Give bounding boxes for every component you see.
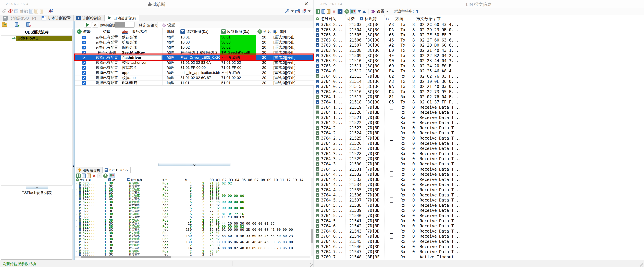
tab-transport-layer[interactable]: 传输层(ISO TP) bbox=[0, 15, 39, 21]
list-item[interactable]: 3764.6...21545[7D]3D_Rx0Receive Data T..… bbox=[314, 239, 644, 244]
list-item[interactable]: 3763.9...21509[3C]3C4FTx802 22 B2 04 2..… bbox=[314, 53, 644, 58]
table-row[interactable]: 选择已有配置校验app物理31 01 02 02 6C 8771 01 02 0… bbox=[75, 75, 314, 80]
gear-icon[interactable] bbox=[371, 9, 375, 14]
list-item[interactable]: 3763.8...21506[3C]3C45Tx802 2F 60 63 6..… bbox=[314, 38, 644, 43]
scrollbar-thumb[interactable] bbox=[311, 229, 313, 243]
list-item[interactable]: 3763.8...21503[3C]3CA3Tx802 2C 60 43 4..… bbox=[314, 22, 644, 27]
expander-icon[interactable]: › bbox=[76, 200, 76, 203]
scrollbar-thumb[interactable] bbox=[81, 256, 171, 258]
settings-button[interactable]: 设置 bbox=[157, 22, 180, 28]
table-row[interactable]: 选择已有配置ECU重启物理11 0151 0120[重试:0][停止] bbox=[75, 80, 314, 86]
horizontal-splitter[interactable] bbox=[158, 163, 230, 166]
list-item[interactable]: 3764.0...21512[3C]3CF4Tx802 25 46 A8 4..… bbox=[314, 68, 644, 74]
run-button[interactable] bbox=[84, 22, 91, 27]
list-item[interactable]: 3763.9...21507[3C]3CA2Tx802 20 D0 60 6..… bbox=[314, 43, 644, 48]
list-item[interactable]: 3764.1...21518[3C]3CC5Tx802 01 37 FF F..… bbox=[314, 100, 644, 105]
list-item[interactable]: 3769.7...21548[BF]3F_Rx-Active Timeout bbox=[314, 255, 644, 260]
bug-scan-icon[interactable] bbox=[48, 8, 54, 14]
add-node-icon[interactable]: + bbox=[15, 22, 18, 27]
list-item[interactable]: 3764.1...21519[7D]3D_Rx0Receive Data T..… bbox=[314, 105, 644, 110]
list-item[interactable]: 3764.5...21539[7D]3D_Rx0Receive Data T..… bbox=[314, 208, 644, 213]
log-col-dots[interactable]: ... bbox=[200, 178, 203, 182]
log-col-count[interactable]: 数... bbox=[185, 178, 190, 182]
table-row[interactable]: 选择已有配置扩展会话物理10 0350 0320[重试:0][停止] bbox=[75, 40, 314, 45]
list-item[interactable]: 3764.4...21532[7D]3D_Rx0Receive Data T..… bbox=[314, 172, 644, 177]
tab-service-layer-info[interactable]: 服务层信息 bbox=[76, 167, 102, 173]
list-item[interactable]: 3763.8...21505[3C]3C65Tx802 2E 50 FF 3..… bbox=[314, 32, 644, 38]
list-item[interactable]: 3764.0...21514[3C]3CA3Tx802 10 0E 36 0..… bbox=[314, 79, 644, 84]
log-horizontal-scrollbar[interactable] bbox=[75, 256, 310, 258]
expander-icon[interactable]: › bbox=[76, 182, 76, 185]
list-item[interactable]: 3764.6...21546[7D]3D_Rx0Receive Data T..… bbox=[314, 244, 644, 250]
col-checksum-fx[interactable]: fx bbox=[386, 15, 389, 22]
resize-grip[interactable] bbox=[640, 263, 643, 267]
table-row[interactable]: 种子和密钥SeedAndKey物理种子等级:1 秘钥等级:2TP_SeednKe… bbox=[75, 50, 314, 55]
expander-icon[interactable]: › bbox=[76, 194, 76, 197]
col-count[interactable]: 计数 bbox=[347, 15, 355, 22]
link-break-icon[interactable] bbox=[8, 8, 13, 14]
editor-lock-toggle[interactable] bbox=[114, 22, 134, 27]
row-checkbox[interactable] bbox=[82, 76, 86, 80]
list-item[interactable]: 3763.9...21510[3C]3C90Tx802 23 44 04 3..… bbox=[314, 58, 644, 63]
table-row[interactable]: 选择已有配置默认会话物理10 0150 0120[重试:0][停止] bbox=[75, 35, 314, 40]
list-item[interactable]: 3764.2...21526[7D]3D_Rx0Receive Data T..… bbox=[314, 141, 644, 146]
row-checkbox[interactable] bbox=[82, 71, 86, 75]
expander-icon[interactable]: › bbox=[76, 213, 76, 216]
list-item[interactable]: 3764.4...21533[7D]3D_Rx0Receive Data T..… bbox=[314, 177, 644, 182]
log-col-interp[interactable]: 报文解释 bbox=[131, 178, 142, 182]
table-row[interactable]: 选择已有配置编程会话物理10 0250 0220[重试:0][停止] bbox=[75, 45, 314, 50]
save-as-icon[interactable] bbox=[40, 9, 44, 13]
copy-log-icon[interactable] bbox=[322, 9, 325, 14]
list-item[interactable]: 3763.9...21508[3C]3CE0Tx802 21 40 43 1..… bbox=[314, 48, 644, 53]
expander-icon[interactable]: › bbox=[76, 206, 76, 210]
list-item[interactable]: 3764.1...21520[7D]3D_Rx0Receive Data T..… bbox=[314, 110, 644, 115]
sidebar-item-uds-flow-1[interactable]: Uds Flow 1 bbox=[1, 36, 72, 41]
list-item[interactable]: 3764.1...21517[7D]3D81Rx802 02 76 04 F..… bbox=[314, 94, 644, 100]
log-col-id[interactable]: 标... bbox=[112, 178, 118, 182]
triangle-down-icon[interactable] bbox=[358, 10, 361, 13]
col-data-bytes[interactable]: 报文数据字节 bbox=[416, 15, 440, 22]
clear-log-icon[interactable] bbox=[92, 174, 96, 178]
export-icon[interactable] bbox=[302, 8, 306, 14]
save-icon[interactable] bbox=[34, 9, 38, 13]
expander-icon[interactable]: › bbox=[76, 219, 76, 222]
sort-selected[interactable] bbox=[350, 9, 356, 14]
row-checkbox[interactable] bbox=[82, 36, 86, 39]
chevron-down-icon[interactable] bbox=[308, 10, 310, 12]
list-item[interactable]: 3764.4...21536[7D]3D_Rx0Receive Data T..… bbox=[314, 193, 644, 198]
tab-auto-diag-flow[interactable]: 自动诊断流程 bbox=[104, 15, 140, 21]
chevron-down-icon[interactable] bbox=[291, 10, 294, 12]
list-item[interactable]: 3764.5...21537[7D]3D_Rx0Receive Data T..… bbox=[314, 198, 644, 203]
settings-label[interactable]: 设置 bbox=[377, 9, 384, 14]
p​ause-icon[interactable] bbox=[316, 9, 320, 14]
wrench-icon[interactable] bbox=[285, 8, 290, 14]
col-direction[interactable]: 方向 bbox=[395, 15, 404, 22]
resize-grip[interactable] bbox=[310, 263, 313, 267]
row-checkbox[interactable] bbox=[82, 41, 86, 44]
list-item[interactable]: 3764.6...21543[7D]3D_Rx0Receive Data T..… bbox=[314, 229, 644, 234]
list-item[interactable]: 3764.4...21535[7D]3D_Rx0Receive Data T..… bbox=[314, 187, 644, 193]
import-icon[interactable] bbox=[29, 9, 33, 13]
vertical-splitter[interactable]: ‹ bbox=[73, 21, 75, 260]
tab-diag-console[interactable]: 诊断控制台 bbox=[74, 15, 104, 21]
expander-icon[interactable]: › bbox=[76, 231, 76, 234]
list-item[interactable]: 3764.2...21523[7D]3D_Rx0Receive Data T..… bbox=[314, 125, 644, 131]
table-row[interactable]: 选择已有配置app物理uds_lin_application.tsbinary不… bbox=[75, 70, 314, 75]
table-row[interactable]: 选择已有配置擦除芯片物理31 01 FF 00 0071 01 FF 0020[… bbox=[75, 65, 314, 70]
expander-icon[interactable]: › bbox=[76, 237, 76, 240]
time-mode-icon[interactable] bbox=[103, 174, 108, 178]
table-row[interactable]: 选择已有配置校验flashdriver物理31 01 02 02 83 6A71… bbox=[75, 60, 314, 65]
name-edit-field[interactable]: flashdriver bbox=[121, 55, 162, 60]
list-item[interactable]: 3764.0...21513[7D]3D82Rx802 02 76 03 F..… bbox=[314, 74, 644, 79]
sort-selected[interactable] bbox=[109, 173, 115, 178]
list-item[interactable]: 3764.2...21525[7D]3D_Rx0Receive Data T..… bbox=[314, 136, 644, 141]
expander-icon[interactable]: › bbox=[76, 225, 76, 228]
list-item[interactable]: 3764.4...21534[7D]3D_Rx0Receive Data T..… bbox=[314, 182, 644, 187]
remove-node-icon[interactable]: × bbox=[26, 22, 30, 27]
list-item[interactable]: 3763.9...21511[3C]3C69Tx802 24 20 E0 B..… bbox=[314, 63, 644, 69]
log-vertical-scrollbar[interactable] bbox=[311, 178, 313, 256]
expander-icon[interactable]: › bbox=[76, 244, 76, 247]
row-checkbox[interactable] bbox=[82, 46, 86, 49]
link-icon[interactable] bbox=[2, 8, 6, 14]
list-item[interactable]: 3763.8...21504[3C]3CDATx802 2D 23 9B 0..… bbox=[314, 27, 644, 32]
